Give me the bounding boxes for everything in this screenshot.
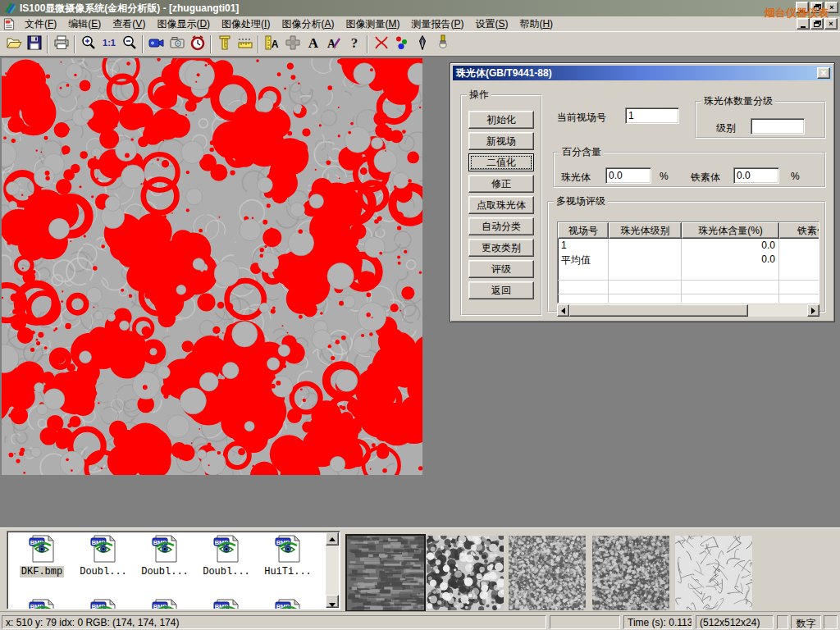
bmp-file-icon: BMP: [89, 599, 117, 609]
classify-balls-button[interactable]: [391, 34, 412, 54]
camera-button[interactable]: [167, 34, 187, 54]
menu-settings[interactable]: 设置(S): [469, 16, 514, 32]
file-item[interactable]: BMPDoubl...: [197, 535, 256, 578]
thumbnail-2[interactable]: [427, 536, 504, 610]
file-name: HuiTi...: [262, 566, 313, 578]
current-field-input[interactable]: [625, 107, 679, 124]
pen-icon: [414, 34, 431, 53]
zoom-out-button[interactable]: [119, 34, 139, 54]
op-button-9[interactable]: 返回: [468, 281, 534, 299]
file-item[interactable]: BMPHuiTi...: [258, 535, 317, 578]
menu-image-analysis[interactable]: 图像分析(A): [276, 16, 340, 32]
table-row[interactable]: [558, 294, 819, 304]
ferrite-percent-sign: %: [791, 171, 800, 182]
status-mode: 数字: [791, 615, 821, 629]
table-header-1[interactable]: 视场号: [558, 222, 609, 239]
minimize-button[interactable]: [796, 2, 809, 13]
scroll-left-button[interactable]: [557, 304, 569, 317]
open-folder-button[interactable]: [3, 34, 24, 54]
scroll-down-button[interactable]: [326, 595, 339, 608]
metallographic-image[interactable]: [2, 58, 422, 475]
op-button-7[interactable]: 更改类别: [468, 239, 534, 257]
thumbnail-3[interactable]: [509, 536, 586, 610]
file-item[interactable]: BMP: [258, 599, 317, 609]
thumbnail-5[interactable]: [675, 536, 752, 610]
save-icon: [26, 34, 43, 53]
op-button-1[interactable]: 初始化: [468, 111, 534, 129]
close-button[interactable]: ×: [825, 2, 838, 13]
actual-size-icon: 1:1: [101, 34, 117, 53]
file-item[interactable]: BMP: [74, 599, 133, 609]
print-button[interactable]: [51, 34, 71, 54]
restore-button[interactable]: [810, 2, 824, 13]
op-button-2[interactable]: 新视场: [468, 132, 534, 150]
table-hscrollbar[interactable]: [557, 304, 819, 317]
text-button[interactable]: A: [303, 34, 323, 54]
dialog-close-button[interactable]: ×: [817, 67, 830, 79]
save-button[interactable]: [24, 34, 44, 54]
menu-view[interactable]: 查看(V): [107, 16, 151, 32]
pen-button[interactable]: [412, 34, 432, 54]
table-header-3[interactable]: 珠光体含量(%): [682, 222, 779, 239]
menu-help[interactable]: 帮助(H): [514, 16, 559, 32]
actual-size-button[interactable]: 1:1: [98, 34, 119, 54]
text-edit-button[interactable]: A: [323, 34, 344, 54]
file-vscrollbar[interactable]: [326, 532, 339, 608]
file-item[interactable]: BMPDoubl...: [135, 535, 194, 578]
pearlite-percent-input[interactable]: [605, 167, 651, 184]
menu-file[interactable]: 文件(F): [19, 16, 62, 32]
op-button-3[interactable]: 二值化: [468, 153, 534, 171]
ferrite-percent-input[interactable]: [733, 167, 779, 184]
menu-measure-report[interactable]: 测量报告(P): [405, 16, 469, 32]
mdi-minimize-button[interactable]: [797, 18, 810, 30]
bmp-file-icon: BMP: [212, 599, 240, 609]
clock-button[interactable]: [187, 34, 208, 54]
table-cell: [609, 239, 682, 253]
caliper-icon: [217, 34, 233, 53]
menu-image-process[interactable]: 图像处理(I): [216, 16, 276, 32]
file-item[interactable]: BMP: [12, 599, 71, 609]
table-header-2[interactable]: 珠光体级别: [609, 222, 682, 239]
hscroll-thumb[interactable]: [569, 304, 748, 317]
mdi-restore-button[interactable]: [810, 18, 824, 30]
level-input[interactable]: [751, 118, 805, 135]
op-button-4[interactable]: 修正: [468, 175, 534, 193]
menu-edit[interactable]: 编辑(E): [62, 16, 107, 32]
table-row[interactable]: [558, 281, 819, 294]
caliper-button[interactable]: [214, 34, 235, 54]
table-row[interactable]: 10.0: [558, 239, 819, 253]
status-empty-1: [550, 615, 620, 629]
file-item[interactable]: BMPDKF.bmp: [12, 535, 71, 578]
table-header-4[interactable]: 铁素体: [779, 222, 819, 239]
table-cell: [558, 281, 609, 294]
table-row[interactable]: 平均值0.0: [558, 253, 819, 267]
file-item[interactable]: BMP: [135, 599, 194, 609]
thumbnail-1[interactable]: [347, 536, 424, 610]
ruler-button[interactable]: [235, 34, 255, 54]
op-button-8[interactable]: 评级: [468, 260, 534, 278]
file-browser[interactable]: BMPDKF.bmpBMPDoubl...BMPDoubl...BMPDoubl…: [7, 531, 340, 609]
brush-button[interactable]: [432, 34, 453, 54]
grid-tool-button[interactable]: [282, 34, 303, 54]
caliper-text-button[interactable]: A: [262, 34, 282, 54]
app-icon: [4, 2, 17, 15]
rating-table[interactable]: 视场号珠光体级别珠光体含量(%)铁素体10.0平均值0.0: [557, 221, 819, 304]
help-button[interactable]: ?: [344, 34, 364, 54]
scroll-right-button[interactable]: [807, 304, 819, 317]
zoom-in-button[interactable]: [78, 34, 98, 54]
menu-image-display[interactable]: 图像显示(D): [151, 16, 216, 32]
camera-icon: [169, 34, 185, 53]
file-item[interactable]: BMPDoubl...: [74, 535, 133, 578]
table-cell: 0.0: [682, 239, 779, 253]
menu-image-measure[interactable]: 图像测量(M): [340, 16, 405, 32]
scroll-up-button[interactable]: [326, 532, 339, 546]
op-button-5[interactable]: 点取珠光体: [468, 196, 534, 214]
curve-tool-button[interactable]: [371, 34, 391, 54]
mdi-close-button[interactable]: ×: [824, 18, 838, 30]
op-button-6[interactable]: 自动分类: [468, 217, 534, 235]
table-row[interactable]: [558, 267, 819, 281]
camcorder-button[interactable]: [146, 34, 167, 54]
thumbnail-4[interactable]: [592, 536, 669, 610]
dialog-title-bar[interactable]: 珠光体(GB/T9441-88) ×: [453, 66, 832, 80]
file-item[interactable]: BMP: [197, 599, 256, 609]
